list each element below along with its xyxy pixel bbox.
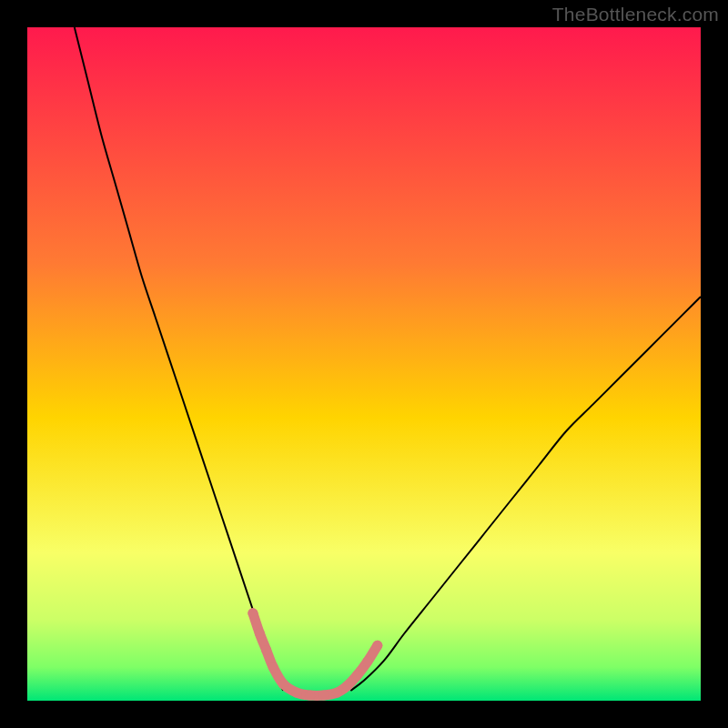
highlight-dot bbox=[268, 662, 278, 672]
highlight-dot bbox=[278, 679, 288, 689]
chart-container: TheBottleneck.com bbox=[0, 0, 728, 728]
highlight-dot bbox=[318, 691, 329, 701]
highlight-dot bbox=[292, 688, 302, 698]
highlight-dot bbox=[362, 657, 372, 667]
watermark-text: TheBottleneck.com bbox=[552, 4, 719, 25]
highlight-dot bbox=[342, 681, 352, 691]
highlight-dot bbox=[248, 608, 258, 618]
highlight-dot bbox=[255, 629, 265, 639]
highlight-dot bbox=[352, 670, 362, 680]
highlight-dot bbox=[372, 641, 382, 651]
highlight-dot bbox=[332, 688, 342, 698]
bottleneck-chart bbox=[0, 0, 728, 728]
highlight-dot bbox=[305, 691, 315, 701]
plot-background bbox=[27, 27, 701, 701]
highlight-dot bbox=[261, 645, 271, 655]
